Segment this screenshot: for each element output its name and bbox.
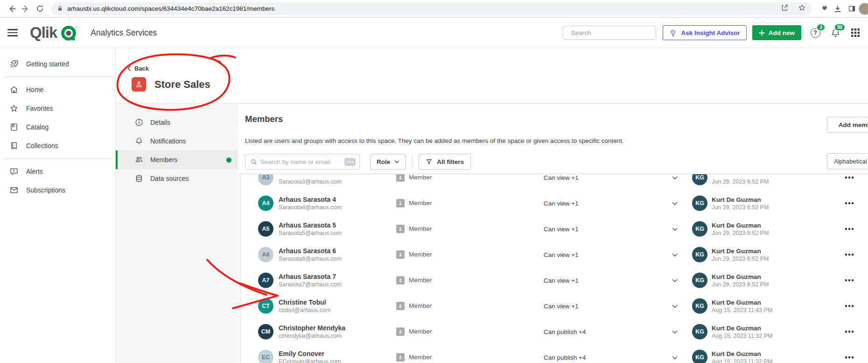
space-nav-details[interactable]: Details [116, 113, 238, 132]
sidebar-item-catalog[interactable]: Catalog [0, 118, 115, 136]
member-search-box[interactable] [245, 154, 360, 170]
back-button[interactable]: Back [127, 65, 149, 72]
space-nav-notifications[interactable]: Notifications [116, 132, 238, 150]
member-row[interactable]: CT Christine Tobul ctobul@arhaus.com Mem… [240, 293, 868, 319]
member-row[interactable]: EC Emily Conover EConover@arhaus.com Mem… [240, 344, 868, 363]
updated-by-avatar: KG [692, 272, 707, 288]
share-page-button[interactable] [780, 3, 789, 14]
space-nav-label: Data sources [150, 175, 189, 182]
main-menu-button[interactable] [7, 29, 19, 36]
updated-by-avatar: KG [692, 247, 707, 262]
chevron-down-icon [394, 160, 399, 164]
member-row[interactable]: A7 Arhaus Sarasota 7 Sarasota7@arhaus.co… [240, 267, 868, 293]
browser-forward-button[interactable] [19, 2, 33, 16]
row-more-menu-button[interactable] [844, 225, 854, 233]
search-options-chip[interactable] [344, 158, 356, 166]
member-avatar: EC [258, 349, 273, 363]
chevron-down-icon [672, 228, 678, 231]
permission-dropdown-chevron[interactable] [672, 353, 678, 362]
updated-date: Jun 29, 2023 6:52 PM [712, 255, 769, 262]
member-row[interactable]: A6 Arhaus Sarasota 6 Sarasota6@arhaus.co… [240, 242, 868, 267]
chevron-down-icon [672, 330, 678, 334]
sidebar-item-getting-started[interactable]: Getting started [0, 55, 115, 73]
side-panel-icon [847, 4, 856, 13]
global-search-input[interactable] [571, 29, 653, 36]
row-more-menu-button[interactable] [844, 277, 854, 284]
member-avatar: A4 [258, 195, 273, 211]
add-new-button[interactable]: Add new [752, 25, 801, 40]
space-nav-data-sources[interactable]: Data sources [116, 169, 238, 188]
forward-arrow-icon [21, 4, 30, 14]
downloads-button[interactable] [831, 2, 845, 16]
insight-advisor-icon [669, 29, 677, 37]
qlik-logo[interactable]: Qlik [30, 23, 78, 42]
member-row[interactable]: A4 Arhaus Sarasota 4 Sarasota4@arhaus.co… [240, 190, 868, 216]
role-filter-button[interactable]: Role [370, 154, 406, 170]
row-more-menu-button[interactable] [844, 174, 854, 181]
member-row[interactable]: A5 Arhaus Sarasota 5 Sarasota5@arhaus.co… [240, 216, 868, 242]
row-more-menu-button[interactable] [844, 302, 854, 310]
permission-dropdown-chevron[interactable] [672, 276, 678, 285]
updated-date: Jun 29, 2023 6:52 PM [712, 203, 769, 211]
help-button[interactable]: ? 3 [809, 27, 821, 39]
sidebar-item-home[interactable]: Home [0, 80, 115, 99]
permission-dropdown-chevron[interactable] [672, 174, 678, 182]
rocket-icon [9, 59, 19, 69]
sidebar-item-collections[interactable]: Collections [0, 136, 115, 155]
member-role-label: Member [409, 225, 432, 232]
permission-dropdown-chevron[interactable] [672, 199, 678, 207]
sort-dropdown[interactable]: Alphabetical [827, 153, 868, 169]
add-new-label: Add new [769, 29, 795, 36]
extensions-button[interactable] [817, 2, 831, 16]
updated-by-name: Kurt De Guzman [712, 221, 769, 229]
shared-space-icon [132, 77, 146, 92]
browser-back-button[interactable] [5, 2, 19, 16]
alert-bubble-icon [9, 166, 19, 177]
bookmark-star-button[interactable] [798, 3, 806, 14]
row-more-menu-button[interactable] [844, 199, 854, 207]
all-filters-button[interactable]: All filters [419, 154, 471, 170]
member-role-icon [396, 353, 405, 362]
sidebar-item-alerts[interactable]: Alerts [0, 162, 115, 181]
member-row[interactable]: CM Christopher Mendyka cmendyka@arhaus.c… [240, 319, 868, 344]
member-permission: Can publish +4 [544, 354, 586, 361]
member-name: Arhaus Sarasota 4 [279, 195, 342, 203]
address-bar[interactable]: arhausbi.us.qlikcloud.com/spaces/634434e… [51, 2, 812, 15]
sidebar-label: Subscriptions [26, 186, 65, 194]
add-member-button[interactable]: Add member [827, 117, 868, 133]
app-top-nav: Qlik Analytics Services Ask Insight Advi… [0, 18, 868, 48]
sidebar-item-subscriptions[interactable]: Subscriptions [0, 181, 115, 199]
member-row[interactable]: A3 Sarasota3@arhaus.com Member [240, 174, 868, 190]
space-nav-members[interactable]: Members [116, 150, 238, 169]
row-more-menu-button[interactable] [844, 328, 854, 335]
row-more-menu-button[interactable] [844, 354, 854, 361]
member-role: Member [396, 174, 432, 182]
members-table: A3 Sarasota3@arhaus.com Member [240, 174, 868, 363]
chevron-down-icon [672, 176, 678, 180]
star-icon [9, 103, 19, 114]
permission-dropdown-chevron[interactable] [672, 302, 678, 310]
ask-insight-advisor-button[interactable]: Ask Insight Advisor [663, 25, 746, 40]
app-launcher-button[interactable] [849, 27, 861, 39]
info-icon [134, 118, 144, 127]
notifications-button[interactable]: 90 [829, 27, 841, 39]
sidebar-label: Home [26, 86, 43, 93]
permission-dropdown-chevron[interactable] [672, 250, 678, 259]
puzzle-icon [819, 4, 828, 13]
permission-dropdown-chevron[interactable] [672, 225, 678, 233]
member-search-input[interactable] [260, 158, 344, 165]
global-search-box[interactable] [563, 26, 656, 40]
updated-by-name: Kurt De Guzman [712, 195, 769, 203]
member-avatar: A7 [258, 272, 273, 288]
side-panel-button[interactable] [845, 2, 859, 16]
sidebar-item-favorites[interactable]: Favorites [0, 99, 115, 118]
browser-reload-button[interactable] [33, 2, 47, 16]
browser-profile-avatar[interactable] [859, 3, 868, 15]
updated-by-avatar: KG [692, 195, 707, 211]
updated-by-name: Kurt De Guzman [712, 247, 769, 255]
row-more-menu-button[interactable] [844, 251, 854, 258]
member-name: Christopher Mendyka [279, 324, 345, 332]
permission-dropdown-chevron[interactable] [672, 327, 678, 336]
download-icon [833, 4, 842, 14]
member-role-icon [396, 225, 405, 233]
